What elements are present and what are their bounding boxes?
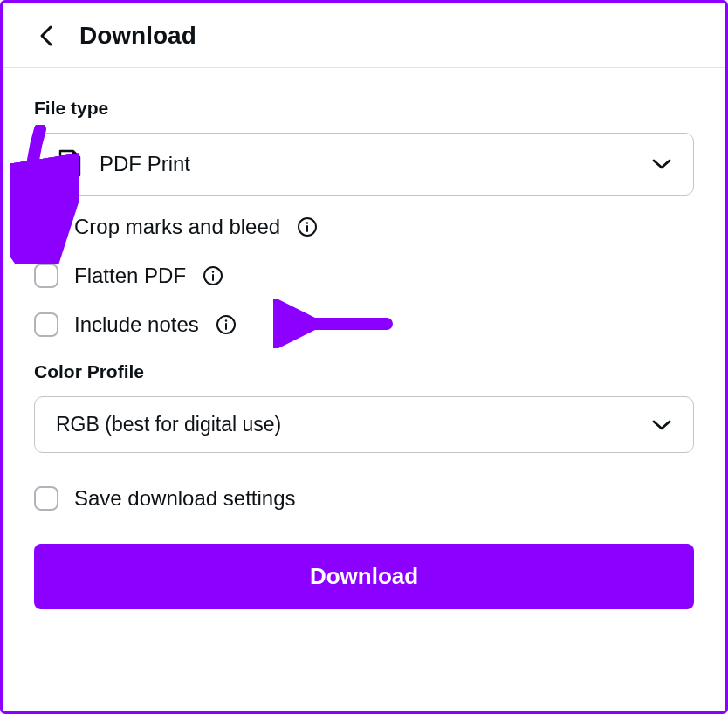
include-notes-label: Include notes <box>74 312 199 337</box>
flatten-pdf-row: Flatten PDF <box>34 264 694 288</box>
color-profile-value: RGB (best for digital use) <box>56 413 281 436</box>
flatten-pdf-checkbox[interactable] <box>34 264 58 288</box>
info-icon <box>203 265 223 286</box>
save-settings-label: Save download settings <box>74 486 296 511</box>
crop-marks-checkbox[interactable] <box>34 215 58 239</box>
panel-header: Download <box>3 3 725 68</box>
include-notes-info-button[interactable] <box>215 313 237 336</box>
flatten-pdf-info-button[interactable] <box>202 264 224 287</box>
flatten-pdf-label: Flatten PDF <box>74 264 186 288</box>
save-settings-checkbox[interactable] <box>34 486 58 511</box>
crop-marks-row: Crop marks and bleed <box>34 215 694 239</box>
file-type-value-wrap: PDF Print <box>56 149 190 179</box>
save-settings-row: Save download settings <box>34 486 694 511</box>
download-button[interactable]: Download <box>34 544 694 609</box>
crop-marks-info-button[interactable] <box>296 216 319 238</box>
svg-point-3 <box>306 222 308 223</box>
svg-point-9 <box>225 319 227 321</box>
include-notes-row: Include notes <box>34 312 694 337</box>
file-type-value: PDF Print <box>100 152 190 176</box>
color-profile-label: Color Profile <box>34 361 694 382</box>
panel-title: Download <box>79 22 196 50</box>
chevron-left-icon <box>38 24 54 48</box>
chevron-down-icon <box>651 158 672 170</box>
chevron-down-icon <box>651 419 672 431</box>
back-button[interactable] <box>34 24 58 48</box>
panel-content: File type PDF Print Crop marks and bleed… <box>3 68 725 635</box>
color-profile-dropdown[interactable]: RGB (best for digital use) <box>34 396 694 453</box>
info-icon <box>297 216 318 237</box>
crop-marks-label: Crop marks and bleed <box>74 215 280 239</box>
info-icon <box>216 314 237 335</box>
file-type-dropdown[interactable]: PDF Print <box>34 133 694 196</box>
file-type-label: File type <box>34 98 694 119</box>
include-notes-checkbox[interactable] <box>34 312 58 337</box>
file-icon <box>56 149 82 179</box>
svg-point-6 <box>212 271 214 272</box>
